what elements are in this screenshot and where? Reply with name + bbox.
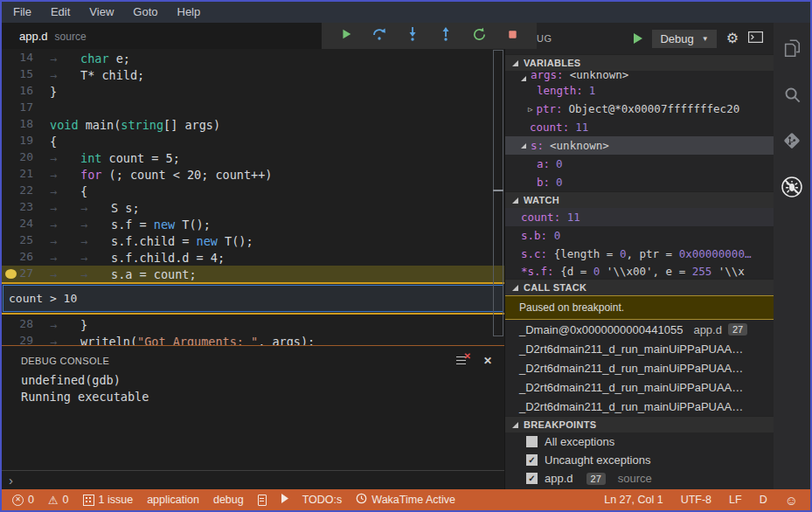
line-gutter[interactable]: 15 [2,66,42,83]
section-call-stack[interactable]: CALL STACK [505,279,774,295]
code-line[interactable]: 27→→s.a = count; [2,266,504,282]
line-gutter[interactable]: 16 [2,83,42,100]
menu-goto[interactable]: Goto [123,2,167,23]
code-line[interactable]: 20→int count = 5; [2,149,504,166]
variable-value: 0 [556,176,563,189]
status-todo-s[interactable]: TODO:s [302,494,343,506]
status-debug[interactable]: debug [213,494,244,506]
code-line[interactable]: 17 [2,100,504,116]
debug-configuration-dropdown[interactable]: Debug ▼ [652,30,716,48]
line-gutter[interactable]: 21 [2,166,42,183]
twisty-open-icon[interactable] [521,143,526,149]
step-over-button[interactable] [367,26,392,45]
status-1-issue[interactable]: 1 issue [83,494,134,506]
code-line[interactable]: 21→for (; count < 20; count++) [2,166,504,183]
menu-file[interactable]: File [3,2,41,23]
line-gutter[interactable]: 19 [2,133,42,149]
breakpoint-condition-input[interactable]: count > 10 [3,285,503,312]
checkbox-icon[interactable]: ✓ [526,454,538,466]
checkbox-icon[interactable] [526,436,538,447]
breakpoint-row[interactable]: ✓Uncaught exceptions [505,451,774,469]
close-icon[interactable]: ✕ [483,355,492,367]
watch-row[interactable]: s.c: {length = 0, ptr = 0x00000000… [505,245,774,263]
line-gutter[interactable]: 22 [2,183,42,199]
step-out-button[interactable] [434,26,458,45]
status-0[interactable]: ✕0 [12,494,34,506]
status-d[interactable]: D [760,494,767,506]
menu-help[interactable]: Help [168,2,211,23]
variable-row[interactable]: args:<unknown> [505,71,774,81]
debug-disabled-icon[interactable] [781,176,803,198]
code-line[interactable]: 18void main(string[] args) [2,116,504,133]
menu-edit[interactable]: Edit [41,2,80,23]
code-line[interactable]: 22→{ [2,183,504,199]
line-gutter[interactable]: 25 [2,232,42,249]
status-lf[interactable]: LF [729,494,742,506]
code-line[interactable]: 16} [2,83,504,100]
variable-row[interactable]: b:0 [505,173,774,191]
line-gutter[interactable]: 28 [2,316,42,333]
stop-button[interactable] [500,26,524,45]
step-into-button[interactable] [400,26,425,45]
watch-row[interactable]: *s.f: {d = 0 '\\x00', e = 255 '\\x [505,263,774,279]
stack-frame[interactable]: _D2rt6dmain211_d_run_mainUiPPaPUAA… [505,339,774,358]
debug-console-input[interactable]: › [2,470,504,489]
breakpoint-icon[interactable] [5,269,17,279]
line-gutter[interactable]: 24 [2,216,42,232]
code-line[interactable]: 14→char e; [2,50,504,66]
files-icon[interactable] [781,37,803,59]
stack-frame[interactable]: _D2rt6dmain211_d_run_mainUiPPaPUAA… [505,358,774,377]
breakpoint-row[interactable]: ✓app.d27source [505,469,774,488]
status-0[interactable]: ⚠0 [48,494,69,506]
variable-row[interactable]: count:11 [505,118,774,136]
watch-row[interactable]: s.b: 0 [505,226,774,245]
variable-row[interactable]: ▷ptr:Object@*0x00007fffffffec20 [505,100,774,118]
code-line[interactable]: 15→T* child; [2,66,504,83]
code-line[interactable]: 23→→S s; [2,199,504,216]
stack-frame[interactable]: _Dmain@0x0000000000441055app.d27 [505,320,774,339]
start-debug-button[interactable] [634,33,642,44]
line-gutter[interactable]: 18 [2,116,42,133]
twisty-open-icon[interactable] [521,76,526,81]
scrollbar-thumb[interactable] [493,50,503,336]
section-breakpoints[interactable]: BREAKPOINTS [505,416,774,432]
status-play-icon[interactable] [281,494,288,506]
line-gutter[interactable]: 23 [2,199,42,216]
continue-button[interactable] [334,26,358,45]
open-console-icon[interactable] [748,31,763,46]
gear-icon[interactable]: ⚙ [726,31,739,45]
line-gutter[interactable]: 20 [2,149,42,166]
status-file-icon[interactable] [258,495,267,506]
code-line[interactable]: 19{ [2,133,504,149]
code-line[interactable]: 24→→s.f = new T(); [2,216,504,232]
git-icon[interactable] [781,129,803,152]
status-application[interactable]: application [147,494,199,506]
line-gutter[interactable]: 17 [2,100,42,116]
section-variables[interactable]: VARIABLES [505,54,774,71]
stack-frame[interactable]: _D2rt6dmain211_d_run_mainUiPPaPUAA… [505,377,774,397]
restart-button[interactable] [467,26,491,45]
stack-frame[interactable]: _D2rt6dmain211_d_run_mainUiPPaPUAA… [505,397,774,416]
variable-row[interactable]: s:<unknown> [505,136,774,155]
checkbox-icon[interactable]: ✓ [526,473,538,484]
watch-row[interactable]: count: 11 [505,208,774,226]
search-icon[interactable] [781,83,803,106]
tab-appd[interactable]: app.d source [2,30,87,43]
clear-console-icon[interactable]: ✕ [456,355,469,366]
status-smiley-icon[interactable]: ☺ [785,494,798,507]
code-line[interactable]: 26→→s.f.child.d = 4; [2,249,504,266]
menu-view[interactable]: View [80,2,123,23]
code-line[interactable]: 25→→s.f.child = new T(); [2,232,504,249]
line-gutter[interactable]: 14 [2,50,42,66]
section-watch[interactable]: WATCH [505,191,774,208]
status-utf-8[interactable]: UTF-8 [681,494,711,506]
variable-row[interactable]: a:0 [505,155,774,173]
status-ln-27-col-1[interactable]: Ln 27, Col 1 [604,494,663,506]
line-gutter[interactable]: 26 [2,249,42,266]
code-line[interactable]: 28→} [2,316,504,333]
breakpoint-row[interactable]: All exceptions [505,432,774,451]
variable-row[interactable]: length:1 [505,81,774,100]
status-wakatime-active[interactable]: WakaTime Active [356,493,455,507]
line-gutter[interactable]: 27 [2,266,42,282]
twisty-closed-icon[interactable]: ▷ [528,105,532,114]
